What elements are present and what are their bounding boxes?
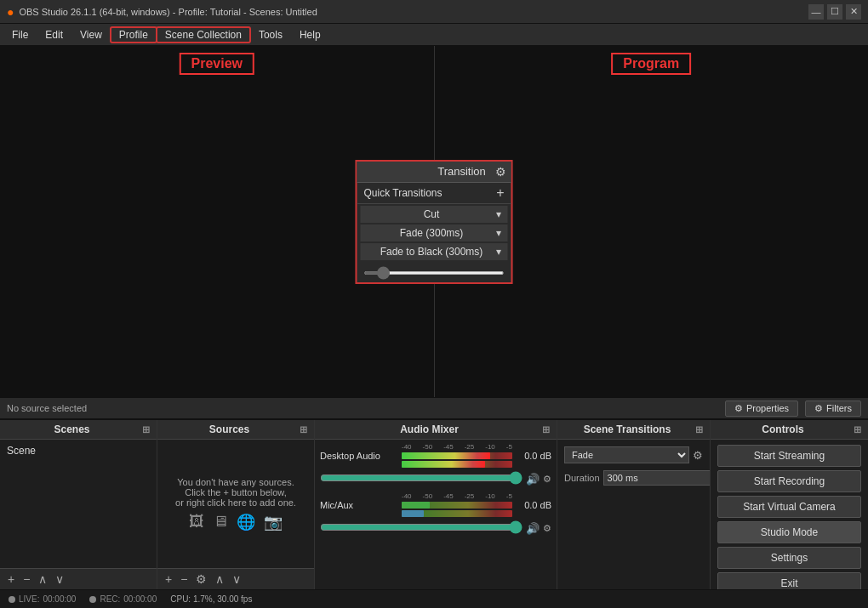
menu-view[interactable]: View: [71, 27, 111, 43]
start-streaming-button[interactable]: Start Streaming: [717, 445, 861, 467]
camera-source-icon: 📷: [264, 513, 283, 531]
sources-down-button[interactable]: ∨: [230, 572, 243, 586]
mic-audio-fill2: [402, 510, 424, 517]
sources-panel: Sources ⊞ You don't have any sources. Cl…: [157, 420, 315, 589]
titlebar-controls[interactable]: — ☐ ✕: [808, 4, 861, 20]
transition-dropdown[interactable]: Fade Cut Fade to Black: [564, 446, 689, 463]
audio-content: Desktop Audio -40-50-45-25-10-5 0.0 dB: [315, 440, 557, 589]
mic-audio-settings-icon[interactable]: ⚙: [543, 523, 551, 534]
statusbar: LIVE: 00:00:00 REC: 00:00:00 CPU: 1.7%, …: [0, 589, 868, 608]
controls-content: Start Streaming Start Recording Start Vi…: [711, 440, 868, 589]
desktop-audio-db: 0.0 dB: [517, 451, 551, 461]
audio-mixer-header: Audio Mixer ⊞: [315, 420, 557, 440]
mic-audio-meter-wrap: -40-50-45-25-10-5: [402, 492, 512, 517]
live-time: 00:00:00: [43, 594, 76, 604]
menu-profile[interactable]: Profile: [111, 27, 157, 43]
mic-audio-controls: 🔊 ⚙: [320, 520, 551, 537]
exit-button[interactable]: Exit: [717, 572, 861, 589]
settings-button[interactable]: Settings: [717, 547, 861, 569]
scenes-content: Scene: [0, 440, 157, 568]
controls-expand-icon[interactable]: ⊞: [854, 424, 861, 435]
scene-trans-gear-button[interactable]: ⚙: [693, 449, 703, 462]
filters-button[interactable]: ⚙ Filters: [805, 401, 861, 417]
desktop-audio-fill2: [402, 461, 485, 468]
desktop-audio-meter-wrap: -40-50-45-25-10-5: [402, 443, 512, 468]
transition-slider[interactable]: [364, 271, 505, 275]
live-dot: [9, 596, 15, 603]
desktop-audio-ruler: -40-50-45-25-10-5: [402, 443, 512, 451]
mic-audio-label: Mic/Aux: [320, 500, 397, 510]
scenes-up-button[interactable]: ∧: [36, 572, 49, 586]
desktop-audio-fill: [402, 452, 490, 459]
audio-channel-desktop: Desktop Audio -40-50-45-25-10-5 0.0 dB: [320, 443, 551, 468]
transition-gear-icon[interactable]: ⚙: [495, 165, 506, 179]
properties-button[interactable]: ⚙ Properties: [725, 401, 798, 417]
menu-tools[interactable]: Tools: [250, 27, 291, 43]
fade-chevron-icon: ▾: [496, 227, 501, 239]
transition-cut[interactable]: Cut ▾: [361, 206, 508, 223]
scenes-expand-icon[interactable]: ⊞: [142, 424, 150, 435]
scene-trans-expand-icon[interactable]: ⊞: [695, 424, 703, 435]
scenes-panel: Scenes ⊞ Scene + − ∧ ∨: [0, 420, 157, 589]
sources-remove-button[interactable]: −: [178, 572, 190, 586]
menu-scene-collection[interactable]: Scene Collection: [157, 27, 250, 43]
fade-black-chevron-icon: ▾: [496, 246, 501, 258]
transition-header: Transition ⚙: [357, 162, 511, 183]
sources-up-button[interactable]: ∧: [213, 572, 226, 586]
scenes-add-button[interactable]: +: [5, 572, 17, 586]
sources-settings-button[interactable]: ⚙: [193, 572, 209, 586]
scenes-remove-button[interactable]: −: [20, 572, 32, 586]
mic-audio-slider[interactable]: [320, 520, 523, 534]
scene-item[interactable]: Scene: [7, 443, 150, 458]
minimize-button[interactable]: —: [808, 4, 824, 20]
quick-transitions-add-button[interactable]: +: [496, 186, 504, 200]
sources-content[interactable]: You don't have any sources. Click the + …: [157, 440, 314, 568]
scenes-title: Scenes: [7, 423, 137, 435]
rec-status: REC: 00:00:00: [89, 594, 157, 604]
transition-fade[interactable]: Fade (300ms) ▾: [361, 224, 508, 241]
audio-channel-mic: Mic/Aux -40-50-45-25-10-5 0.0 dB: [320, 492, 551, 517]
app-icon: ●: [7, 5, 14, 19]
preview-label: Preview: [180, 53, 254, 75]
close-button[interactable]: ✕: [846, 4, 861, 20]
scenes-down-button[interactable]: ∨: [53, 572, 66, 586]
sources-header: Sources ⊞: [157, 420, 314, 440]
scene-transitions-title: Scene Transitions: [564, 423, 690, 435]
rec-dot: [89, 596, 96, 603]
start-virtual-camera-button[interactable]: Start Virtual Camera: [717, 496, 861, 518]
mic-audio-mute-icon[interactable]: 🔊: [526, 522, 540, 535]
panels-row: Scenes ⊞ Scene + − ∧ ∨ Sources ⊞ You don…: [0, 419, 868, 589]
mic-audio-meter: [402, 502, 512, 509]
audio-mixer-panel: Audio Mixer ⊞ Desktop Audio -40-50-45-25…: [315, 420, 557, 589]
desktop-audio-meter2: [402, 461, 512, 468]
desktop-audio-meter: [402, 452, 512, 459]
titlebar: ● OBS Studio 26.1.1 (64-bit, windows) - …: [0, 0, 868, 24]
duration-input[interactable]: [603, 470, 711, 486]
controls-header: Controls ⊞: [711, 420, 868, 440]
desktop-audio-mute-icon[interactable]: 🔊: [526, 473, 540, 486]
studio-mode-button[interactable]: Studio Mode: [717, 521, 861, 543]
sources-expand-icon[interactable]: ⊞: [300, 424, 307, 435]
titlebar-title: OBS Studio 26.1.1 (64-bit, windows) - Pr…: [19, 7, 317, 17]
desktop-audio-slider[interactable]: [320, 471, 523, 485]
image-source-icon: 🖼: [189, 513, 204, 531]
sources-add-button[interactable]: +: [163, 572, 174, 586]
bottom-toolbar: No source selected ⚙ Properties ⚙ Filter…: [0, 397, 868, 419]
mic-audio-fill: [402, 502, 430, 509]
transition-slider-wrap: [357, 262, 511, 282]
menu-help[interactable]: Help: [291, 27, 329, 43]
titlebar-left: ● OBS Studio 26.1.1 (64-bit, windows) - …: [7, 5, 317, 19]
scenes-header: Scenes ⊞: [0, 420, 157, 440]
menu-edit[interactable]: Edit: [37, 27, 71, 43]
start-recording-button[interactable]: Start Recording: [717, 470, 861, 492]
sources-empty-text: You don't have any sources. Click the + …: [175, 477, 296, 508]
desktop-audio-settings-icon[interactable]: ⚙: [543, 474, 551, 485]
transition-title: Transition: [429, 165, 495, 178]
menu-file[interactable]: File: [3, 27, 37, 43]
scene-transitions-header: Scene Transitions ⊞: [557, 420, 710, 440]
maximize-button[interactable]: ☐: [827, 4, 842, 20]
transition-fade-to-black[interactable]: Fade to Black (300ms) ▾: [361, 243, 508, 260]
audio-expand-icon[interactable]: ⊞: [542, 424, 550, 435]
browser-source-icon: 🌐: [237, 513, 255, 531]
desktop-audio-controls: 🔊 ⚙: [320, 471, 551, 487]
